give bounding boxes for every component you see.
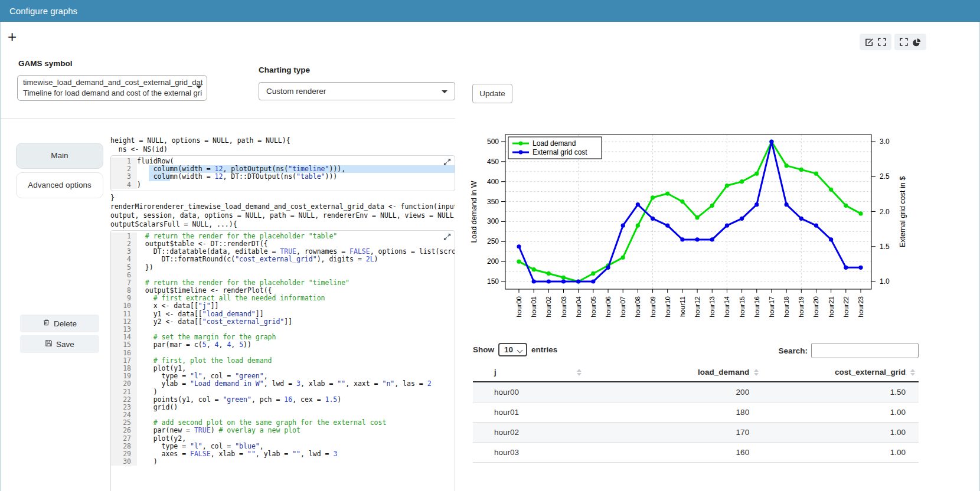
svg-text:hour22: hour22 — [842, 296, 850, 317]
search-input[interactable] — [811, 343, 919, 358]
svg-text:250: 250 — [487, 237, 499, 245]
svg-text:hour17: hour17 — [768, 296, 775, 317]
search-label: Search: — [778, 346, 808, 355]
edit-fullscreen-button-group[interactable] — [860, 34, 891, 50]
gams-symbol-value-line1: timewise_load_demand_and_cost_external_g… — [18, 77, 207, 88]
sort-icon — [577, 369, 582, 376]
code-preamble: height = NULL, options = NULL, path = NU… — [110, 136, 455, 154]
tab-main[interactable]: Main — [16, 143, 103, 169]
svg-text:hour07: hour07 — [619, 296, 626, 317]
code-line: 11 y1 <- data[["load_demand"]] — [111, 310, 455, 318]
svg-text:400: 400 — [487, 178, 499, 186]
save-icon — [45, 339, 53, 349]
code-text-line: renderMirorenderer_timewise_load_demand_… — [110, 202, 455, 211]
chevron-down-icon — [442, 90, 447, 93]
code-line: 18 plot(y1, — [111, 365, 455, 372]
svg-text:200: 200 — [487, 257, 499, 266]
svg-text:hour02: hour02 — [545, 296, 552, 317]
chevron-down-icon — [196, 86, 202, 89]
table-row[interactable]: hour031601.00 — [473, 443, 919, 463]
svg-text:hour01: hour01 — [530, 296, 537, 317]
gams-symbol-select[interactable]: timewise_load_demand_and_cost_external_g… — [17, 75, 207, 101]
code-line: 4 DT::formatRound(c("cost_external_grid"… — [111, 256, 455, 263]
delete-button-label: Delete — [54, 319, 77, 328]
svg-text:hour19: hour19 — [798, 296, 805, 317]
svg-text:3.0: 3.0 — [880, 138, 890, 146]
code-line: 2 column(width = 12, plotOutput(ns("time… — [111, 165, 455, 173]
svg-text:hour05: hour05 — [590, 296, 597, 317]
add-graph-button[interactable]: + — [8, 29, 17, 44]
code-line: 3 DT::datatable(data, editable = TRUE, r… — [111, 248, 455, 256]
code-editor-ui[interactable]: 1fluidRow(2 column(width = 12, plotOutpu… — [110, 155, 455, 191]
code-line: 15 par(mar = c(5, 4, 4, 5)) — [111, 341, 455, 349]
save-button-label: Save — [56, 340, 74, 349]
code-line: 26 par(new = TRUE) # overlay a new plot — [111, 427, 455, 434]
line-number: 1 — [111, 158, 137, 165]
code-line: 3 column(width = 12, DT::DTOutput(ns("ta… — [111, 173, 455, 181]
tab-advanced-options[interactable]: Advanced options — [16, 172, 103, 198]
table-cell: hour01 — [473, 402, 585, 423]
column-header-cost_external_grid[interactable]: cost_external_grid — [762, 363, 919, 382]
svg-text:hour00: hour00 — [515, 296, 522, 317]
svg-text:500: 500 — [487, 138, 499, 146]
column-header-j[interactable]: j — [473, 363, 585, 382]
svg-text:hour14: hour14 — [723, 296, 730, 317]
line-number: 5 — [111, 264, 137, 271]
line-number: 6 — [111, 271, 137, 279]
data-table-section: Show 10 entries Search: jload_demandcost… — [473, 341, 919, 463]
save-button[interactable]: Save — [20, 335, 99, 353]
table-cell: hour03 — [473, 443, 585, 463]
table-cell: hour02 — [473, 423, 585, 443]
code-line: 30 ) — [111, 458, 455, 466]
line-number: 16 — [111, 349, 137, 357]
svg-text:hour18: hour18 — [783, 296, 790, 317]
code-line: 23 grid() — [111, 404, 455, 411]
svg-text:hour11: hour11 — [679, 296, 686, 317]
fullscreen-chart-button-group[interactable] — [894, 34, 926, 50]
line-number: 22 — [111, 396, 137, 404]
code-text-line: height = NULL, options = NULL, path = NU… — [110, 136, 455, 145]
expand-editor-icon[interactable] — [443, 158, 451, 168]
code-line: 24 — [111, 411, 455, 419]
code-line: 14 # set the margin for the graph — [111, 333, 455, 341]
table-row[interactable]: hour021701.00 — [473, 423, 919, 443]
code-line: 1 # return the render for the placeholde… — [111, 233, 455, 240]
expand-editor-icon[interactable] — [443, 233, 451, 243]
table-row[interactable]: hour011801.00 — [473, 402, 919, 423]
code-function-signature: }renderMirorenderer_timewise_load_demand… — [110, 194, 455, 229]
table-cell: 1.00 — [762, 423, 919, 443]
line-number: 1 — [111, 233, 137, 240]
update-button[interactable]: Update — [472, 84, 512, 103]
sort-icon — [910, 369, 915, 376]
code-line: 20 ylab = "Load demand in W", lwd = 3, x… — [111, 380, 455, 388]
code-line: 21 ) — [111, 388, 455, 396]
column-header-load_demand[interactable]: load_demand — [585, 363, 762, 382]
code-line: 17 # first, plot the load demand — [111, 357, 455, 365]
entries-label: entries — [531, 345, 557, 354]
svg-text:hour10: hour10 — [664, 296, 671, 317]
trash-icon — [43, 319, 50, 328]
code-line: 7 # return the render for the placeholde… — [111, 279, 455, 287]
svg-text:External grid cost: External grid cost — [533, 148, 587, 156]
line-number: 21 — [111, 388, 137, 396]
code-line: 4) — [111, 181, 455, 189]
code-line: 16 — [111, 349, 455, 357]
code-editor-render[interactable]: 1 # return the render for the placeholde… — [110, 230, 455, 491]
table-row[interactable]: hour002001.50 — [473, 382, 919, 402]
delete-button[interactable]: Delete — [20, 315, 99, 332]
line-number: 3 — [111, 248, 137, 256]
charting-type-value: Custom renderer — [259, 83, 455, 100]
line-number: 15 — [111, 341, 137, 349]
charting-type-select[interactable]: Custom renderer — [259, 82, 455, 100]
svg-text:hour20: hour20 — [812, 296, 819, 317]
fullscreen-icon — [900, 38, 908, 46]
table-cell: 1.50 — [762, 382, 919, 402]
table-cell: hour00 — [473, 382, 585, 402]
sort-icon — [754, 369, 759, 376]
code-line: 9 # first extract all the needed informa… — [111, 294, 455, 302]
svg-text:hour23: hour23 — [857, 296, 864, 317]
datatable-controls: Show 10 entries Search: — [473, 341, 919, 359]
line-number: 30 — [111, 458, 137, 466]
line-number: 4 — [111, 181, 137, 189]
page-length-select[interactable]: 10 — [498, 343, 527, 356]
